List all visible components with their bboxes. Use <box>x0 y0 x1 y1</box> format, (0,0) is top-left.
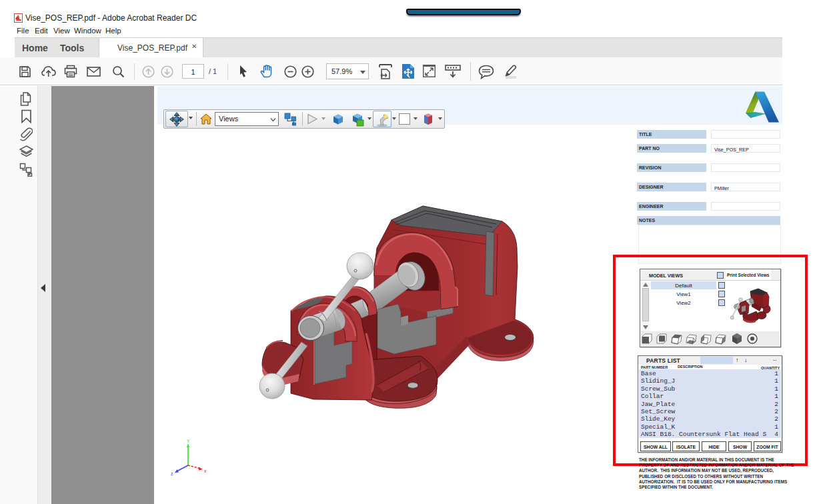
svg-text:z: z <box>171 471 173 476</box>
svg-text:x: x <box>204 469 207 473</box>
svg-text:Y: Y <box>187 439 190 443</box>
